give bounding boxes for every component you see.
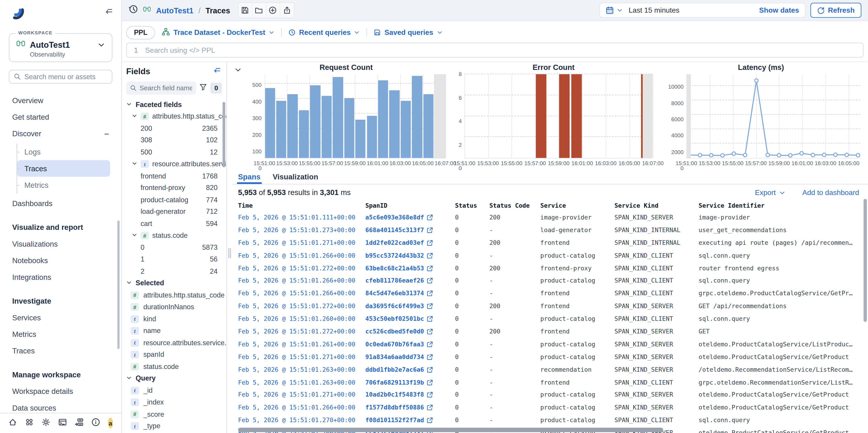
save-search-button[interactable] <box>239 3 252 18</box>
spanid-cell[interactable]: f1577d8dbff50886 <box>365 404 455 411</box>
chart-plot[interactable] <box>686 74 860 158</box>
export-button[interactable]: Export <box>755 189 786 197</box>
collapse-group-icon[interactable]: − <box>104 129 109 138</box>
field-row-status-code[interactable]: #status.code <box>126 360 226 373</box>
time-cell[interactable]: Feb 5, 2026 @ 15:51:01.266+00:00 <box>238 290 365 297</box>
field-section-query[interactable]: Query <box>126 373 226 384</box>
time-cell[interactable]: Feb 5, 2026 @ 15:51:01.263+00:00 <box>238 379 365 386</box>
sidebar-item-dashboards[interactable]: Dashboards <box>12 195 121 211</box>
column-header-service-kind[interactable]: Service Kind <box>614 202 699 209</box>
share-button[interactable] <box>280 3 293 18</box>
recent-queries-button[interactable]: Recent queries <box>289 28 360 37</box>
field-group-resource-attributes-service-r[interactable]: tresource.attributes.service.r <box>126 158 226 170</box>
spanid-cell[interactable]: 1dd2fe022cad03ef <box>365 239 455 247</box>
spanid-cell[interactable]: da3695f6c6f499e3 <box>365 303 455 310</box>
sidebar-item-services[interactable]: Services <box>12 309 121 326</box>
tab-visualization[interactable]: Visualization <box>273 169 318 184</box>
dev-console-icon[interactable] <box>58 417 67 429</box>
facet-value-row[interactable]: 224 <box>126 265 226 277</box>
time-cell[interactable]: Feb 5, 2026 @ 15:51:01.272+00:00 <box>238 303 365 310</box>
spanid-cell[interactable]: 84c5d47e6eb31374 <box>365 290 455 297</box>
field-search-input[interactable] <box>140 84 192 92</box>
column-header-service-identifier[interactable]: Service Identifier <box>699 202 859 209</box>
field-row-kind[interactable]: tkind <box>126 313 226 325</box>
spanid-cell[interactable]: 0c0eda670b76faa3 <box>365 341 455 348</box>
sidebar-item-metrics[interactable]: Metrics <box>12 326 121 342</box>
sidebar-item-workspace-details[interactable]: Workspace details <box>12 383 121 399</box>
facet-value-row[interactable]: 2002365 <box>126 122 226 134</box>
time-cell[interactable]: Feb 5, 2026 @ 15:51:01.273+00:00 <box>238 227 365 234</box>
saved-queries-button[interactable]: Saved queries <box>374 28 442 37</box>
time-cell[interactable]: Feb 5, 2026 @ 15:51:01.260+00:00 <box>238 315 365 323</box>
horizontal-scrollbar[interactable] <box>238 428 663 432</box>
chevron-down-icon[interactable] <box>132 160 137 168</box>
time-cell[interactable]: Feb 5, 2026 @ 15:51:01.271+00:00 <box>238 239 365 247</box>
field-group-attributes-http-status-code[interactable]: #attributes.http.status_code <box>126 111 226 123</box>
facet-value-row[interactable]: 156 <box>126 253 226 265</box>
field-row-spanid[interactable]: tspanId <box>126 349 226 361</box>
dataset-selector[interactable]: Trace Dataset - DockerTest <box>162 27 275 37</box>
field-row-id[interactable]: t_id <box>126 384 226 397</box>
fields-scrollbar[interactable] <box>222 102 225 167</box>
avatar[interactable]: a <box>108 418 113 429</box>
field-group-status-code[interactable]: #status.code <box>126 230 226 241</box>
facet-value-row[interactable]: frontend-proxy820 <box>126 182 226 194</box>
spanid-cell[interactable]: ddbd1fbb2e7ac6a6 <box>365 366 455 373</box>
sidebar-item-data-sources[interactable]: Data sources <box>12 400 121 413</box>
sidebar-item-overview[interactable]: Overview <box>12 92 121 109</box>
chevron-down-icon[interactable] <box>132 113 137 120</box>
time-cell[interactable]: Feb 5, 2026 @ 15:51:01.266+00:00 <box>238 252 365 259</box>
time-cell[interactable]: Feb 5, 2026 @ 15:51:01.272+00:00 <box>238 264 365 272</box>
spanid-cell[interactable]: 10ad2b0c1f5483f8 <box>365 392 455 399</box>
panel-resize-handle[interactable] <box>228 248 231 258</box>
recently-viewed-icon[interactable] <box>128 4 138 16</box>
apps-icon[interactable] <box>25 417 34 429</box>
info-icon[interactable] <box>91 417 100 429</box>
show-dates-button[interactable]: Show dates <box>759 6 799 15</box>
refresh-button[interactable]: Refresh <box>810 3 861 18</box>
time-cell[interactable]: Feb 5, 2026 @ 15:51:01.272+00:00 <box>238 328 365 335</box>
query-language-button[interactable]: PPL <box>126 26 155 39</box>
sidebar-item-notebooks[interactable]: Notebooks <box>12 252 121 268</box>
column-header-status-code[interactable]: Status Code <box>489 202 540 209</box>
field-section-faceted-fields[interactable]: Faceted fields <box>126 98 226 111</box>
field-row-score[interactable]: #_score <box>126 408 226 420</box>
field-row-timestamp[interactable]: @timestamp <box>126 432 226 433</box>
field-section-selected[interactable]: Selected <box>126 277 226 289</box>
tab-spans[interactable]: Spans <box>238 169 260 184</box>
facet-value-row[interactable]: 308102 <box>126 134 226 146</box>
sidebar-search[interactable] <box>9 70 112 84</box>
sidebar-item-logs[interactable]: Logs <box>17 143 110 160</box>
field-search[interactable] <box>126 82 196 95</box>
field-row-attributes-http-status-code[interactable]: #attributes.http.status_code <box>126 289 226 301</box>
spanid-cell[interactable]: 63be8c68c21a4b53 <box>365 264 455 272</box>
spanid-cell[interactable]: f08d101152f2f7ad <box>365 417 455 424</box>
chevron-down-icon[interactable] <box>126 375 131 382</box>
chevron-down-icon[interactable] <box>126 279 131 287</box>
spanid-cell[interactable]: 668a401145c313f7 <box>365 227 455 234</box>
time-cell[interactable]: Feb 5, 2026 @ 15:51:01.266+00:00 <box>238 404 365 411</box>
time-range-picker[interactable]: Last 15 minutes Show dates <box>599 3 805 18</box>
time-cell[interactable]: Feb 5, 2026 @ 15:51:01.111+00:00 <box>238 214 365 221</box>
spanid-cell[interactable]: b95cc53724d43b32 <box>365 252 455 259</box>
spanid-cell[interactable]: 91a834a6aa0dd734 <box>365 353 455 360</box>
facet-value-row[interactable]: 50012 <box>126 146 226 158</box>
time-cell[interactable]: Feb 5, 2026 @ 15:51:01.271+00:00 <box>238 392 365 399</box>
sidebar-search-input[interactable] <box>24 73 107 81</box>
facet-value-row[interactable]: product-catalog774 <box>126 194 226 206</box>
sidebar-item-visualizations[interactable]: Visualizations <box>12 235 121 252</box>
facet-value-row[interactable]: frontend1768 <box>126 170 226 182</box>
field-row-name[interactable]: tname <box>126 325 226 337</box>
field-row-type[interactable]: t_type <box>126 420 226 432</box>
query-editor[interactable]: 1 Search using </> PPL <box>126 43 864 58</box>
facet-value-row[interactable]: cart594 <box>126 218 226 230</box>
breadcrumb-workspace[interactable]: AutoTest1 <box>156 6 193 15</box>
home-icon[interactable] <box>8 417 17 429</box>
workspace-selector[interactable]: WORKSPACE AutoTest1 Observability <box>9 33 112 62</box>
facet-value-row[interactable]: 05873 <box>126 241 226 254</box>
sidebar-scrollbar[interactable] <box>117 221 120 349</box>
chart-plot[interactable] <box>465 74 653 158</box>
sidebar-item-get-started[interactable]: Get started <box>12 109 121 125</box>
spanid-cell[interactable]: a5c6e093e368e8df <box>365 214 455 221</box>
field-row-durationinnanos[interactable]: #durationInNanos <box>126 301 226 313</box>
